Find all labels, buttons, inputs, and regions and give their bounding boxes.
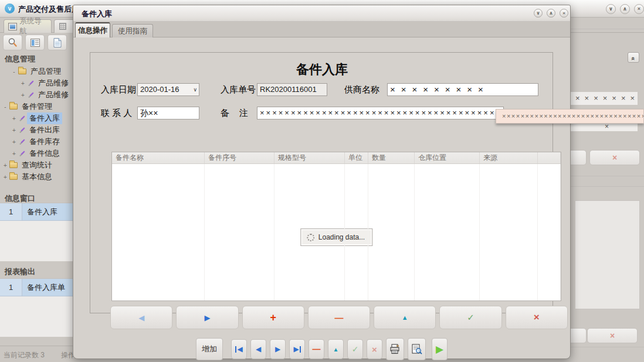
background-cancel-button[interactable]: ×: [587, 328, 638, 343]
column-gridline: [368, 164, 368, 300]
column-header-仓库位置[interactable]: 仓库位置: [415, 152, 480, 163]
print-button[interactable]: [386, 338, 404, 360]
dialog-tabstrip: 信息操作 使用指南: [73, 22, 570, 37]
tree-expander[interactable]: +: [2, 174, 8, 180]
row-remove-icon: —: [334, 313, 343, 323]
tool-icon: [27, 91, 34, 98]
tree-expander[interactable]: +: [11, 127, 17, 134]
print-preview-button[interactable]: [408, 338, 426, 360]
tree-item-label: 备件信息: [27, 148, 62, 159]
dialog-title: 备件入库: [82, 9, 112, 19]
dialog-restore-button[interactable]: ∧: [547, 9, 555, 18]
nav-next-button[interactable]: ▶: [270, 339, 286, 359]
dialog-toolbar: 增加 ◀ ◀ ▶ ▶ — ▲: [73, 338, 570, 360]
form-heading: 备件入库: [90, 61, 554, 78]
row-up-icon: ▲: [402, 314, 408, 321]
tree-expander[interactable]: +: [2, 162, 8, 169]
printer-icon: [389, 344, 401, 354]
tree-item-label: 备件出库: [27, 124, 62, 136]
tab-system-navigation[interactable]: 系统导航: [4, 19, 52, 33]
column-header-empty: [538, 152, 561, 163]
tree-expander[interactable]: +: [11, 151, 17, 157]
double-chevron-up-icon: «: [629, 57, 638, 60]
list-item[interactable]: 1备件入库: [0, 203, 81, 221]
add-button[interactable]: 增加: [196, 338, 223, 360]
remark-tooltip: ×××××××××××××××××××××××××××××××: [496, 109, 644, 124]
form-view-button[interactable]: [25, 35, 45, 50]
folder-icon: [9, 162, 18, 168]
tree-expander[interactable]: -: [2, 104, 8, 110]
spare-parts-inbound-dialog: 备件入库 ∨ ∧ × 信息操作 使用指南 备件入库 入库日期 2020-01-1…: [73, 5, 571, 359]
grid-icon: [59, 23, 66, 30]
section-info-management: 信息管理: [5, 54, 35, 64]
search-button[interactable]: [3, 35, 22, 50]
column-header-备件序号[interactable]: 备件序号: [205, 152, 274, 163]
column-gridline: [204, 164, 205, 300]
nav-next-icon: ▶: [275, 345, 280, 353]
nav-prev-button[interactable]: ◀: [250, 339, 266, 359]
tree-item-label: 产品管理: [28, 66, 63, 77]
row-remove-button[interactable]: —: [308, 306, 370, 329]
tool-icon: [18, 150, 25, 157]
tab-info-operation[interactable]: 信息操作: [75, 22, 110, 37]
column-header-规格型号[interactable]: 规格型号: [274, 152, 345, 163]
minus-icon: —: [313, 344, 321, 354]
supplier-name-field[interactable]: ×××××××××: [387, 83, 538, 96]
column-header-来源[interactable]: 来源: [480, 152, 538, 163]
confirm-button[interactable]: ✓: [439, 306, 501, 329]
folder-icon: [9, 174, 18, 180]
order-number-field[interactable]: RK20200116001: [257, 83, 327, 96]
dialog-body: 备件入库 入库日期 2020-01-16 ∨ 入库单号 RK2020011600…: [73, 37, 570, 359]
remark-field[interactable]: ××××××××××××××××××××××××××××××××××××××: [257, 107, 504, 119]
check-icon: ✓: [352, 344, 359, 354]
dialog-titlebar: 备件入库 ∨ ∧ ×: [73, 5, 570, 22]
parts-table-body[interactable]: Loading data...: [112, 164, 561, 300]
page-prev-button[interactable]: ◀: [110, 306, 172, 329]
nav-first-icon: ◀: [237, 345, 242, 353]
tree-expander[interactable]: -: [11, 69, 17, 75]
tree-item-label: 备件库存: [27, 136, 62, 148]
folder-icon: [18, 69, 26, 74]
tab-user-guide[interactable]: 使用指南: [112, 24, 153, 37]
document-button[interactable]: [48, 35, 67, 50]
list-item[interactable]: 1备件入库单: [0, 279, 81, 296]
execute-button[interactable]: ▶: [432, 338, 448, 360]
column-header-单位[interactable]: 单位: [345, 152, 368, 163]
nav-last-button[interactable]: ▶: [289, 339, 305, 359]
column-header-备件名称[interactable]: 备件名称: [112, 152, 205, 163]
page-next-button[interactable]: ▶: [176, 306, 238, 329]
move-up-button[interactable]: ▲: [328, 339, 344, 359]
tree-item-label: 基本信息: [19, 171, 55, 183]
cancel-button[interactable]: ×: [367, 339, 382, 359]
cancel-button[interactable]: ×: [506, 306, 568, 329]
contact-person-field[interactable]: 孙××: [137, 107, 199, 119]
column-gridline: [344, 164, 345, 300]
column-header-数量[interactable]: 数量: [368, 152, 415, 163]
background-window-fragment: « ×××××××× × × ×: [571, 0, 644, 362]
screen: v 产品交付及售后服务 ∨ ∧ × 系统导航: [0, 0, 644, 362]
tree-expander[interactable]: +: [20, 80, 26, 87]
cross-icon: ×: [372, 344, 377, 354]
dialog-minimize-button[interactable]: ∨: [534, 9, 543, 18]
divider: [571, 29, 644, 29]
tree-expander[interactable]: +: [11, 139, 17, 145]
row-up-button[interactable]: ▲: [374, 306, 436, 329]
tree-expander[interactable]: +: [20, 92, 26, 98]
loading-text: Loading data...: [318, 233, 365, 241]
row-add-button[interactable]: +: [242, 306, 304, 329]
divider: [571, 176, 644, 176]
play-icon: ▶: [436, 343, 443, 356]
delete-button[interactable]: —: [309, 339, 324, 359]
column-gridline: [274, 164, 274, 300]
inbound-date-select[interactable]: 2020-01-16 ∨: [137, 83, 199, 96]
tool-icon: [18, 138, 25, 145]
nav-first-button[interactable]: ◀: [231, 339, 247, 359]
dialog-close-button[interactable]: ×: [560, 9, 568, 18]
background-cancel-button[interactable]: ×: [589, 150, 640, 165]
confirm-button[interactable]: ✓: [347, 339, 363, 359]
navigation-icon: [9, 23, 16, 30]
sidebar-toolbar: [0, 33, 73, 52]
list-item-label: 备件入库: [22, 203, 81, 220]
collapse-panel-button[interactable]: «: [628, 52, 639, 63]
tree-expander[interactable]: +: [11, 115, 17, 122]
